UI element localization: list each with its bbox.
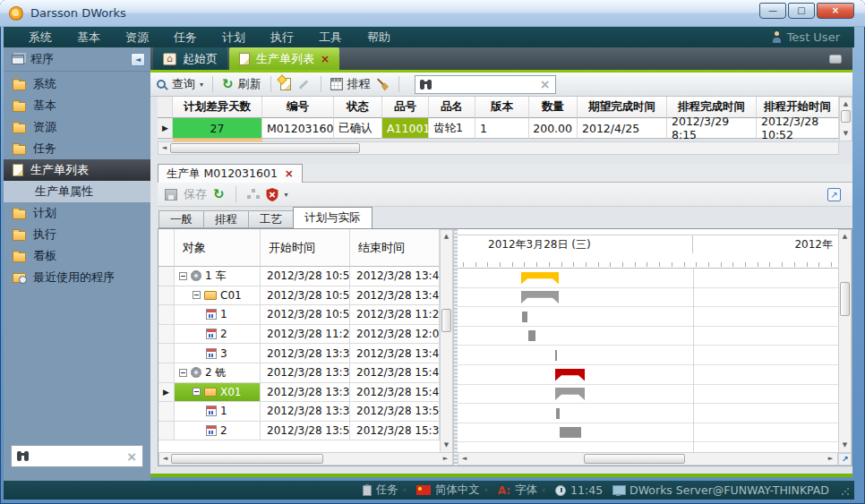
scroll-thumb[interactable] xyxy=(441,309,451,332)
close-icon[interactable]: × xyxy=(285,167,294,180)
scroll-left-icon[interactable]: ◄ xyxy=(159,453,171,465)
tab-起始页[interactable]: ⌂起始页 xyxy=(153,47,227,70)
expander-icon[interactable] xyxy=(179,369,187,377)
tree-row-1 车[interactable]: 1 车2012/3/28 10:522012/3/28 13:40 xyxy=(158,267,453,286)
tree-row-C01[interactable]: C012012/3/28 10:522012/3/28 13:40 xyxy=(158,286,453,306)
tree-row-3[interactable]: 32012/3/28 13:302012/3/28 13:40 xyxy=(158,344,453,363)
resize-grip[interactable] xyxy=(841,487,850,496)
refresh-icon[interactable]: ↻ xyxy=(213,188,225,201)
grid-horizontal-scrollbar[interactable]: ◄ xyxy=(158,141,839,155)
gantt-horizontal-scrollbar[interactable]: ◄ ► xyxy=(458,452,838,466)
expander-icon[interactable] xyxy=(179,272,187,280)
column-header-code[interactable]: 编号 xyxy=(262,97,334,118)
query-dropdown-icon[interactable]: ▾ xyxy=(200,81,203,89)
scroll-up-icon[interactable]: ▲ xyxy=(839,231,851,243)
expand-gantt-button[interactable]: ↗ xyxy=(838,453,852,466)
detail-tab-计划与实际[interactable]: 计划与实际 xyxy=(293,207,373,228)
scroll-thumb[interactable] xyxy=(841,110,851,123)
column-header-expect[interactable]: 期望完成时间 xyxy=(578,97,667,118)
tree-row-X01[interactable]: ▶X012012/3/28 13:302012/3/28 15:40 xyxy=(158,383,453,403)
shield-dropdown-icon[interactable]: ▾ xyxy=(285,191,288,199)
tree-column-header-0[interactable]: 对象 xyxy=(175,229,261,267)
dropdown-icon[interactable]: ▾ xyxy=(403,486,407,494)
query-button[interactable]: 查询 xyxy=(172,76,195,92)
scroll-right-icon[interactable]: ► xyxy=(825,453,836,465)
scroll-down-icon[interactable]: ▼ xyxy=(839,440,851,451)
menu-item-任务[interactable]: 任务 xyxy=(161,27,210,47)
sidebar-collapse-button[interactable]: ◄ xyxy=(131,53,145,66)
sidebar-item-系统[interactable]: 系统 xyxy=(4,73,150,95)
scroll-thumb[interactable] xyxy=(171,454,323,464)
detail-tab-工艺[interactable]: 工艺 xyxy=(248,210,293,228)
tree-row-1[interactable]: 12012/3/28 13:302012/3/28 13:50 xyxy=(158,402,453,422)
sidebar-item-生产单属性[interactable]: 生产单属性 xyxy=(4,181,150,202)
status-item-monitor[interactable]: DWorks Server@FUNWAY-THINKPAD xyxy=(612,483,829,498)
status-item-font[interactable]: A:字体▾ xyxy=(498,483,545,498)
sidebar-item-基本[interactable]: 基本 xyxy=(4,95,150,116)
tree-horizontal-scrollbar[interactable]: ◄ ► xyxy=(158,452,453,466)
scroll-thumb[interactable] xyxy=(840,282,850,316)
gantt-bar-task[interactable] xyxy=(560,427,581,438)
menu-item-基本[interactable]: 基本 xyxy=(64,27,113,47)
sidebar-item-生产单列表[interactable]: 生产单列表 xyxy=(4,159,150,181)
menu-item-执行[interactable]: 执行 xyxy=(258,27,306,47)
menu-item-资源[interactable]: 资源 xyxy=(113,27,161,47)
scroll-left-icon[interactable]: ◄ xyxy=(458,453,470,465)
toolbar-search-input[interactable] xyxy=(437,78,535,90)
column-header-qty[interactable]: 数量 xyxy=(529,97,578,118)
column-header-item_no[interactable]: 品号 xyxy=(382,97,429,118)
close-icon[interactable]: × xyxy=(321,53,330,65)
sidebar-item-看板[interactable]: 看板 xyxy=(4,245,150,267)
dropdown-icon[interactable]: ▾ xyxy=(484,486,488,494)
broom-icon[interactable] xyxy=(375,78,390,91)
sidebar-item-资源[interactable]: 资源 xyxy=(4,116,150,138)
scroll-up-icon[interactable]: ▲ xyxy=(441,231,452,243)
menu-item-工具[interactable]: 工具 xyxy=(306,27,355,47)
scroll-down-icon[interactable]: ▼ xyxy=(441,440,452,451)
pin-icon[interactable] xyxy=(829,55,842,64)
edit-icon[interactable] xyxy=(298,80,308,90)
minimize-button[interactable]: — xyxy=(759,3,786,19)
status-item-clipboard[interactable]: 任务▾ xyxy=(363,483,407,498)
shield-icon[interactable] xyxy=(266,188,278,201)
scroll-up-icon[interactable]: ▲ xyxy=(840,98,852,110)
sidebar-item-计划[interactable]: 计划 xyxy=(4,202,150,224)
sidebar-item-任务[interactable]: 任务 xyxy=(4,138,150,159)
status-item-flag[interactable]: 简体中文▾ xyxy=(416,483,488,498)
close-button[interactable]: × xyxy=(817,3,854,19)
menu-item-帮助[interactable]: 帮助 xyxy=(355,27,403,47)
clear-icon[interactable]: × xyxy=(540,77,551,91)
clear-icon[interactable]: × xyxy=(126,449,137,464)
save-button[interactable]: 保存 xyxy=(184,186,207,202)
column-header-item_name[interactable]: 品名 xyxy=(429,97,475,118)
current-user[interactable]: Test User xyxy=(772,30,840,44)
sidebar-item-执行[interactable]: 执行 xyxy=(4,224,150,245)
menu-item-系统[interactable]: 系统 xyxy=(16,27,64,47)
scroll-left-icon[interactable]: ◄ xyxy=(158,142,170,154)
scroll-right-icon[interactable]: ► xyxy=(440,453,451,465)
tree-row-2[interactable]: 22012/3/28 13:502012/3/28 15:30 xyxy=(158,422,453,441)
expander-icon[interactable] xyxy=(193,291,201,299)
tree-column-header-1[interactable]: 开始时间 xyxy=(261,229,350,267)
scroll-thumb[interactable] xyxy=(170,143,360,153)
sidebar-search-input[interactable] xyxy=(35,450,121,463)
status-item-clock[interactable]: 11:45 xyxy=(555,483,603,498)
menu-item-计划[interactable]: 计划 xyxy=(210,27,258,47)
detail-tab-一般[interactable]: 一般 xyxy=(158,210,203,228)
schedule-button[interactable]: 排程 xyxy=(347,76,371,92)
column-header-status[interactable]: 状态 xyxy=(334,97,382,118)
new-document-button[interactable] xyxy=(280,78,291,90)
tree-row-2[interactable]: 22012/3/28 11:222012/3/28 12:00 xyxy=(158,325,453,345)
gantt-bar-task[interactable] xyxy=(555,350,557,361)
tree-row-1[interactable]: 12012/3/28 10:522012/3/28 11:22 xyxy=(158,305,453,325)
tree-vertical-scrollbar[interactable]: ▲ ▼ xyxy=(440,229,453,453)
gantt-bar-task[interactable] xyxy=(528,330,535,341)
expander-icon[interactable] xyxy=(193,388,201,396)
hierarchy-icon[interactable] xyxy=(247,189,260,200)
tab-生产单列表[interactable]: 生产单列表× xyxy=(229,47,339,70)
gantt-bar-task[interactable] xyxy=(556,408,560,419)
column-header-version[interactable]: 版本 xyxy=(475,97,529,118)
open-external-icon[interactable]: ↗ xyxy=(827,188,841,201)
column-header-diff[interactable]: 计划差异天数 xyxy=(173,97,262,118)
grid-data-row[interactable]: ▶27M012031601已确认A11001齿轮11200.002012/4/2… xyxy=(158,118,852,139)
